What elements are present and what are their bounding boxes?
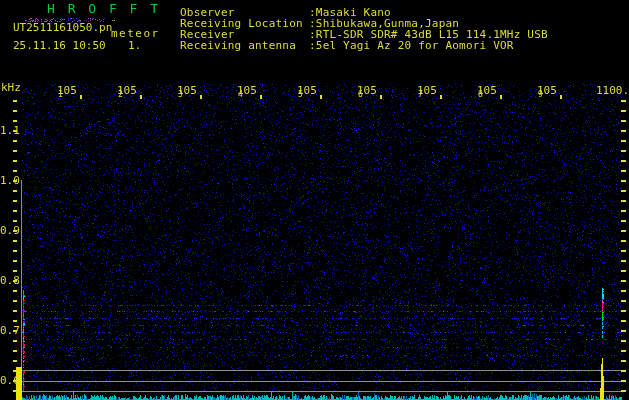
freq-tick-right — [621, 150, 626, 152]
time-tick — [80, 95, 82, 99]
freq-tick-right — [621, 220, 626, 222]
time-label: 1055 — [297, 84, 303, 97]
freq-tick-right — [621, 320, 626, 322]
freq-tick-left — [13, 240, 17, 242]
freq-tick-right — [621, 280, 626, 282]
time-tick — [260, 95, 262, 99]
app-title: H R O F F T — [47, 1, 161, 16]
freq-tick-right — [621, 290, 626, 292]
time-label: 1059 — [537, 84, 543, 97]
freq-tick-right — [621, 240, 626, 242]
freq-tick-left — [13, 170, 17, 172]
freq-tick-left — [13, 270, 17, 272]
freq-tick-left — [13, 190, 17, 192]
freq-tick-left — [13, 150, 17, 152]
time-label: 1057 — [417, 84, 423, 97]
time-label: 1054 — [237, 84, 243, 97]
freq-tick-left — [13, 220, 17, 222]
freq-label: 0.8 — [0, 274, 14, 287]
time-axis: 1051105210531054105510561057105810591100… — [0, 84, 629, 98]
freq-tick-right — [621, 160, 626, 162]
freq-tick-left — [13, 370, 17, 372]
freq-label: 0.6 — [0, 374, 14, 387]
freq-tick-left — [13, 310, 17, 312]
freq-tick-left — [13, 110, 17, 112]
freq-tick-right — [621, 120, 626, 122]
time-tick — [140, 95, 142, 99]
freq-tick-left — [13, 100, 17, 102]
freq-tick-right — [621, 340, 626, 342]
freq-tick-right — [621, 380, 626, 382]
filename: UT2511161050.pn — [13, 21, 112, 34]
freq-tick-left — [13, 390, 17, 392]
time-tick — [440, 95, 442, 99]
observation-datetime: 25.11.16 10:50 — [13, 39, 106, 52]
freq-tick-right — [621, 270, 626, 272]
freq-label: 0.9 — [0, 224, 14, 237]
freq-tick-right — [621, 230, 626, 232]
freq-tick-left — [13, 360, 17, 362]
freq-tick-left — [13, 160, 17, 162]
time-label: 1056 — [357, 84, 363, 97]
time-tick — [560, 95, 562, 99]
freq-tick-right — [621, 250, 626, 252]
freq-tick-left — [13, 300, 17, 302]
time-label: 1058 — [477, 84, 483, 97]
freq-tick-left — [13, 290, 17, 292]
freq-label: 1.0 — [0, 174, 14, 187]
time-tick — [380, 95, 382, 99]
spectrogram-canvas — [0, 0, 629, 400]
freq-tick-left — [13, 210, 17, 212]
freq-tick-left — [13, 350, 17, 352]
freq-tick-left — [13, 280, 17, 282]
freq-tick-right — [621, 390, 626, 392]
freq-tick-right — [621, 100, 626, 102]
time-tick — [200, 95, 202, 99]
time-label: 1052 — [117, 84, 123, 97]
freq-tick-right — [621, 370, 626, 372]
freq-tick-right — [621, 180, 626, 182]
freq-tick-right — [621, 210, 626, 212]
freq-tick-right — [621, 190, 626, 192]
time-tick — [320, 95, 322, 99]
freq-tick-left — [13, 340, 17, 342]
freq-tick-left — [13, 380, 17, 382]
freq-tick-left — [13, 320, 17, 322]
hrofft-window: H R O F F T UT2511161050.pn ¨ meteor 25.… — [0, 0, 629, 400]
freq-tick-left — [13, 180, 17, 182]
time-label: 1053 — [177, 84, 183, 97]
time-label: 1051 — [57, 84, 63, 97]
receiving-antenna-value: :5el Yagi Az 20 for Aomori VOR — [309, 39, 514, 52]
freq-tick-left — [13, 120, 17, 122]
freq-tick-right — [621, 110, 626, 112]
freq-tick-left — [13, 260, 17, 262]
freq-tick-right — [621, 300, 626, 302]
time-tick — [500, 95, 502, 99]
freq-tick-right — [621, 130, 626, 132]
freq-tick-right — [621, 350, 626, 352]
freq-tick-right — [621, 170, 626, 172]
freq-tick-right — [621, 360, 626, 362]
freq-tick-left — [13, 250, 17, 252]
freq-label: 1.1 — [0, 124, 14, 137]
freq-tick-right — [621, 200, 626, 202]
receiving-antenna-label: Receiving antenna — [180, 39, 296, 52]
freq-tick-left — [13, 140, 17, 142]
image-counter: 1. — [128, 39, 141, 52]
freq-label: 0.7 — [0, 324, 14, 337]
freq-tick-left — [13, 330, 17, 332]
freq-tick-right — [621, 260, 626, 262]
freq-tick-left — [13, 230, 17, 232]
freq-tick-right — [621, 330, 626, 332]
freq-tick-right — [621, 140, 626, 142]
freq-tick-left — [13, 200, 17, 202]
freq-tick-right — [621, 310, 626, 312]
freq-tick-left — [13, 130, 17, 132]
